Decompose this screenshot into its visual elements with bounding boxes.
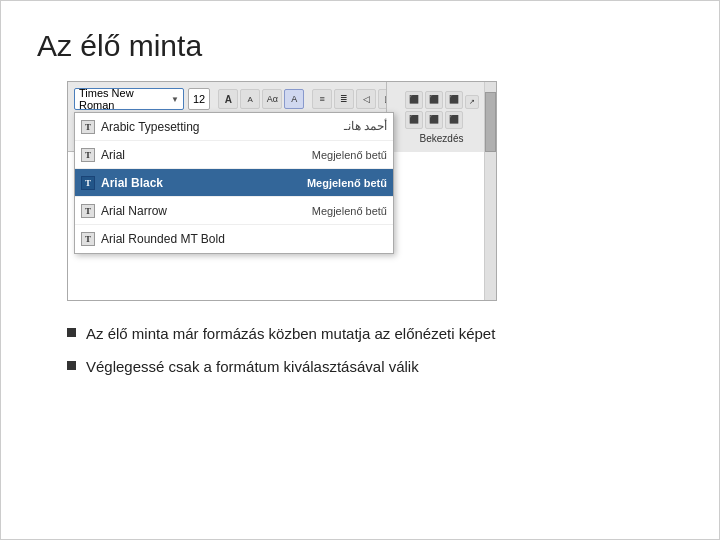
indent-decrease-icon[interactable]: ◁ [356,89,376,109]
spacing-icon-1[interactable]: ⬛ [405,111,423,129]
align-row-1: ⬛ ⬛ ⬛ ↗ [405,91,479,109]
font-size-text: 12 [193,93,205,105]
font-item-name: Arabic Typesetting [101,120,338,134]
font-item-preview: Megjelenő betű [312,149,387,161]
align-row-2: ⬛ ⬛ ⬛ [405,111,479,129]
slide: Az élő minta Times New Roman ▼ 12 A A Aα… [0,0,720,540]
align-right-para-icon[interactable]: ⬛ [445,91,463,109]
paragraph-align-icons: ⬛ ⬛ ⬛ ↗ ⬛ ⬛ ⬛ [405,91,479,129]
bullet-text-1: Az élő minta már formázás közben mutatja… [86,323,495,344]
spacing-icon-2[interactable]: ⬛ [425,111,443,129]
font-item-name: Arial [101,148,306,162]
bullets-container: Az élő minta már formázás közben mutatja… [67,323,683,377]
font-item-arabic[interactable]: T Arabic Typesetting أحمد هانـ [75,113,393,141]
font-item-name: Arial Narrow [101,204,306,218]
page-title: Az élő minta [37,29,683,63]
align-center-para-icon[interactable]: ⬛ [425,91,443,109]
font-type-icon: T [81,176,95,190]
scrollbar-thumb[interactable] [485,92,496,152]
aa-icon[interactable]: Aα [262,89,282,109]
bullet-square-icon [67,361,76,370]
font-item-arial-black[interactable]: T Arial Black Megjelenő betű [75,169,393,197]
clear-format-icon[interactable]: A [284,89,304,109]
font-item-arial[interactable]: T Arial Megjelenő betű [75,141,393,169]
bullet-item-2: Véglegessé csak a formátum kiválasztásáv… [67,356,683,377]
font-name-box[interactable]: Times New Roman ▼ [74,88,184,110]
font-item-arial-narrow[interactable]: T Arial Narrow Megjelenő betű [75,197,393,225]
numbered-list-icon[interactable]: ≣ [334,89,354,109]
scrollbar[interactable] [484,82,496,300]
bullet-text-2: Véglegessé csak a formátum kiválasztásáv… [86,356,419,377]
bullet-item-1: Az élő minta már formázás közben mutatja… [67,323,683,344]
font-type-icon: T [81,204,95,218]
font-name-text: Times New Roman [79,87,167,111]
font-item-arial-rounded[interactable]: T Arial Rounded MT Bold [75,225,393,253]
para-expand-icon[interactable]: ↗ [465,95,479,109]
font-type-icon: T [81,120,95,134]
font-dropdown[interactable]: T Arabic Typesetting أحمد هانـ T Arial M… [74,112,394,254]
paragraph-label: Bekezdés [420,133,464,144]
font-size-box[interactable]: 12 [188,88,210,110]
paragraph-section: ⬛ ⬛ ⬛ ↗ ⬛ ⬛ ⬛ Bekezdés [386,82,496,152]
font-style-icons: A A Aα A [218,89,304,109]
spacing-icon-3[interactable]: ⬛ [445,111,463,129]
font-type-icon: T [81,148,95,162]
font-shrink-icon[interactable]: A [240,89,260,109]
align-left-para-icon[interactable]: ⬛ [405,91,423,109]
bullet-square-icon [67,328,76,337]
font-item-preview: Megjelenő betű [312,205,387,217]
font-item-name: Arial Black [101,176,301,190]
font-type-icon: T [81,232,95,246]
font-item-preview: أحمد هانـ [344,119,387,134]
font-item-preview: Megjelenő betű [307,177,387,189]
bullet-list-icon[interactable]: ≡ [312,89,332,109]
font-grow-icon[interactable]: A [218,89,238,109]
font-dropdown-arrow-icon[interactable]: ▼ [171,95,179,104]
font-item-name: Arial Rounded MT Bold [101,232,381,246]
screenshot-area: Times New Roman ▼ 12 A A Aα A ≡ ≣ ◁ ▷ [67,81,497,301]
